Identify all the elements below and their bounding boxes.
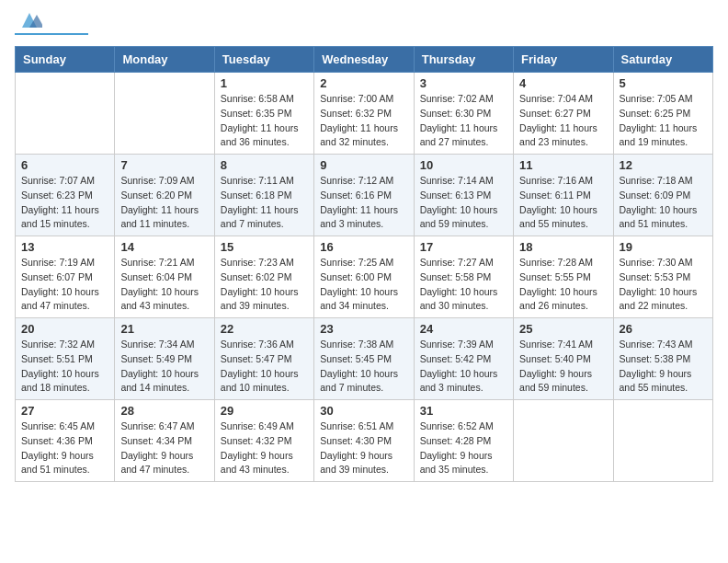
- calendar-cell: 11Sunrise: 7:16 AMSunset: 6:11 PMDayligh…: [514, 155, 613, 236]
- calendar-cell: 20Sunrise: 7:32 AMSunset: 5:51 PMDayligh…: [16, 318, 115, 400]
- calendar-cell: 15Sunrise: 7:23 AMSunset: 6:02 PMDayligh…: [214, 236, 313, 318]
- calendar-cell: 9Sunrise: 7:12 AMSunset: 6:16 PMDaylight…: [314, 155, 414, 236]
- daylight-text: Daylight: 10 hours and 18 minutes.: [21, 368, 99, 394]
- daylight-text: Daylight: 10 hours and 51 minutes.: [620, 204, 698, 230]
- sunrise-text: Sunrise: 7:32 AM: [21, 339, 95, 350]
- day-number: 16: [320, 240, 407, 254]
- sunset-text: Sunset: 5:49 PM: [120, 353, 192, 364]
- sunset-text: Sunset: 6:11 PM: [519, 190, 591, 201]
- calendar-cell: 21Sunrise: 7:34 AMSunset: 5:49 PMDayligh…: [115, 318, 214, 400]
- sunrise-text: Sunrise: 6:45 AM: [21, 420, 95, 431]
- calendar-cell: 14Sunrise: 7:21 AMSunset: 6:04 PMDayligh…: [115, 236, 214, 318]
- daylight-text: Daylight: 11 hours and 3 minutes.: [320, 204, 398, 230]
- calendar-header-row: SundayMondayTuesdayWednesdayThursdayFrid…: [16, 47, 713, 73]
- daylight-text: Daylight: 11 hours and 11 minutes.: [120, 204, 199, 230]
- day-number: 27: [21, 404, 108, 418]
- sunrise-text: Sunrise: 7:36 AM: [221, 339, 294, 350]
- sunset-text: Sunset: 4:30 PM: [320, 435, 392, 446]
- calendar-cell: 27Sunrise: 6:45 AMSunset: 4:36 PMDayligh…: [16, 400, 115, 482]
- day-info: Sunrise: 7:16 AMSunset: 6:11 PMDaylight:…: [519, 174, 607, 232]
- day-number: 20: [21, 322, 108, 336]
- sunrise-text: Sunrise: 7:41 AM: [519, 339, 593, 350]
- day-info: Sunrise: 7:02 AMSunset: 6:30 PMDaylight:…: [420, 92, 507, 150]
- day-info: Sunrise: 6:45 AMSunset: 4:36 PMDaylight:…: [21, 419, 108, 477]
- day-info: Sunrise: 7:36 AMSunset: 5:47 PMDaylight:…: [221, 338, 308, 396]
- calendar-cell: 28Sunrise: 6:47 AMSunset: 4:34 PMDayligh…: [115, 400, 214, 482]
- daylight-text: Daylight: 10 hours and 39 minutes.: [221, 286, 299, 312]
- day-number: 14: [120, 240, 208, 254]
- sunset-text: Sunset: 6:02 PM: [221, 271, 292, 282]
- calendar-cell: 6Sunrise: 7:07 AMSunset: 6:23 PMDaylight…: [16, 155, 115, 236]
- sunset-text: Sunset: 6:13 PM: [420, 190, 492, 201]
- daylight-text: Daylight: 10 hours and 10 minutes.: [221, 368, 299, 394]
- logo: [15, 15, 88, 35]
- sunrise-text: Sunrise: 7:18 AM: [620, 175, 693, 186]
- day-header-sunday: Sunday: [16, 47, 115, 73]
- daylight-text: Daylight: 10 hours and 55 minutes.: [519, 204, 597, 230]
- calendar-cell: 8Sunrise: 7:11 AMSunset: 6:18 PMDaylight…: [214, 155, 313, 236]
- sunset-text: Sunset: 4:32 PM: [221, 435, 292, 446]
- sunset-text: Sunset: 6:07 PM: [21, 271, 93, 282]
- daylight-text: Daylight: 10 hours and 59 minutes.: [420, 204, 498, 230]
- sunrise-text: Sunrise: 6:52 AM: [420, 420, 494, 431]
- calendar-cell: 5Sunrise: 7:05 AMSunset: 6:25 PMDaylight…: [613, 73, 712, 155]
- calendar-cell: 16Sunrise: 7:25 AMSunset: 6:00 PMDayligh…: [314, 236, 414, 318]
- sunrise-text: Sunrise: 7:14 AM: [420, 175, 494, 186]
- daylight-text: Daylight: 10 hours and 34 minutes.: [320, 286, 398, 312]
- calendar-cell: 3Sunrise: 7:02 AMSunset: 6:30 PMDaylight…: [414, 73, 513, 155]
- sunrise-text: Sunrise: 7:07 AM: [21, 175, 95, 186]
- calendar-cell: [16, 73, 115, 155]
- calendar-cell: 24Sunrise: 7:39 AMSunset: 5:42 PMDayligh…: [414, 318, 513, 400]
- day-number: 30: [320, 404, 407, 418]
- calendar-week-2: 6Sunrise: 7:07 AMSunset: 6:23 PMDaylight…: [16, 155, 713, 236]
- day-number: 19: [620, 240, 707, 254]
- day-number: 7: [120, 158, 208, 172]
- day-info: Sunrise: 7:38 AMSunset: 5:45 PMDaylight:…: [320, 338, 407, 396]
- calendar-cell: 30Sunrise: 6:51 AMSunset: 4:30 PMDayligh…: [314, 400, 414, 482]
- daylight-text: Daylight: 11 hours and 19 minutes.: [620, 122, 698, 148]
- day-number: 31: [420, 404, 507, 418]
- daylight-text: Daylight: 11 hours and 7 minutes.: [221, 204, 299, 230]
- sunset-text: Sunset: 5:38 PM: [620, 353, 691, 364]
- day-info: Sunrise: 7:23 AMSunset: 6:02 PMDaylight:…: [221, 256, 308, 314]
- day-header-tuesday: Tuesday: [214, 47, 313, 73]
- calendar-cell: 31Sunrise: 6:52 AMSunset: 4:28 PMDayligh…: [414, 400, 513, 482]
- day-number: 5: [620, 76, 707, 90]
- calendar-week-3: 13Sunrise: 7:19 AMSunset: 6:07 PMDayligh…: [16, 236, 713, 318]
- day-header-saturday: Saturday: [613, 47, 712, 73]
- page-header: [15, 15, 713, 35]
- logo-divider: [15, 33, 88, 35]
- sunset-text: Sunset: 6:09 PM: [620, 190, 691, 201]
- day-number: 12: [620, 158, 707, 172]
- day-number: 25: [519, 322, 607, 336]
- sunrise-text: Sunrise: 6:49 AM: [221, 420, 294, 431]
- sunset-text: Sunset: 5:53 PM: [620, 271, 691, 282]
- sunset-text: Sunset: 6:35 PM: [221, 108, 292, 119]
- calendar-cell: 19Sunrise: 7:30 AMSunset: 5:53 PMDayligh…: [613, 236, 712, 318]
- daylight-text: Daylight: 10 hours and 7 minutes.: [320, 368, 398, 394]
- sunset-text: Sunset: 6:20 PM: [120, 190, 192, 201]
- daylight-text: Daylight: 9 hours and 51 minutes.: [21, 450, 94, 476]
- calendar-cell: [514, 400, 613, 482]
- sunset-text: Sunset: 6:30 PM: [420, 108, 492, 119]
- day-number: 22: [221, 322, 308, 336]
- day-number: 6: [21, 158, 108, 172]
- sunrise-text: Sunrise: 7:25 AM: [320, 257, 393, 268]
- day-info: Sunrise: 7:19 AMSunset: 6:07 PMDaylight:…: [21, 256, 108, 314]
- day-info: Sunrise: 7:43 AMSunset: 5:38 PMDaylight:…: [620, 338, 707, 396]
- day-info: Sunrise: 7:27 AMSunset: 5:58 PMDaylight:…: [420, 256, 507, 314]
- sunrise-text: Sunrise: 7:23 AM: [221, 257, 294, 268]
- daylight-text: Daylight: 9 hours and 35 minutes.: [420, 450, 493, 476]
- day-number: 18: [519, 240, 607, 254]
- calendar-cell: 23Sunrise: 7:38 AMSunset: 5:45 PMDayligh…: [314, 318, 414, 400]
- sunset-text: Sunset: 5:45 PM: [320, 353, 392, 364]
- day-info: Sunrise: 6:58 AMSunset: 6:35 PMDaylight:…: [221, 92, 308, 150]
- daylight-text: Daylight: 10 hours and 26 minutes.: [519, 286, 597, 312]
- sunrise-text: Sunrise: 7:05 AM: [620, 93, 693, 104]
- sunset-text: Sunset: 5:42 PM: [420, 353, 492, 364]
- daylight-text: Daylight: 10 hours and 14 minutes.: [120, 368, 199, 394]
- daylight-text: Daylight: 9 hours and 39 minutes.: [320, 450, 392, 476]
- sunset-text: Sunset: 4:28 PM: [420, 435, 492, 446]
- day-info: Sunrise: 7:09 AMSunset: 6:20 PMDaylight:…: [120, 174, 208, 232]
- daylight-text: Daylight: 11 hours and 15 minutes.: [21, 204, 99, 230]
